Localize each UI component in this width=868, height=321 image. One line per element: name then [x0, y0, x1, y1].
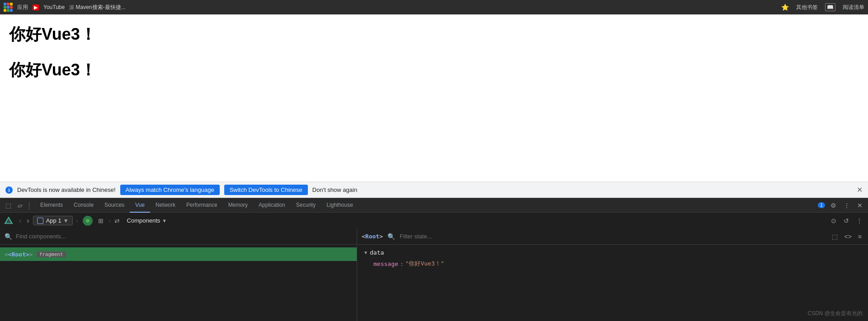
page-heading-2: 你好Vue3！	[9, 59, 859, 81]
page-heading-1: 你好Vue3！	[9, 23, 859, 46]
router-icon: ⇄	[114, 217, 120, 224]
section-name-label: data	[370, 249, 384, 256]
console-badge: 1	[818, 202, 825, 208]
data-section-header: ▼ data	[364, 249, 861, 256]
component-search-bar: 🔍	[0, 228, 357, 245]
fragment-badge: fragment	[37, 251, 66, 257]
vue-toolbar-right: ⊙ ↺ ⋮	[829, 216, 864, 225]
component-tree-panel: 🔍 <<Root>> fragment	[0, 228, 357, 321]
search-icon: 🔍	[5, 233, 12, 240]
prop-string-value: "你好Vue3！"	[406, 260, 444, 267]
tab-divider	[29, 201, 29, 209]
root-component-row[interactable]: <<Root>> fragment	[0, 247, 357, 261]
tab-performance[interactable]: Performance	[181, 198, 223, 213]
reload-icon[interactable]: ↺	[842, 216, 851, 225]
state-panel: <Root> 🔍 ⬚ <> ≡ ▼ data message : "你好Vue3…	[357, 228, 868, 321]
app-selector[interactable]: App 1 ▼	[33, 216, 73, 225]
app-selector-chevron: ▼	[63, 218, 69, 224]
devtools-close-icon[interactable]: ✕	[855, 201, 864, 210]
tab-console[interactable]: Console	[68, 198, 99, 213]
settings-icon[interactable]: ⚙	[829, 201, 838, 210]
tab-memory[interactable]: Memory	[223, 198, 253, 213]
find-components-input[interactable]	[16, 233, 352, 240]
vue-logo-icon	[4, 216, 14, 226]
switch-devtools-button[interactable]: Switch DevTools to Chinese	[224, 185, 308, 195]
bookmark-star-icon: ⭐	[781, 4, 789, 11]
browser-bar-left: 应用 ▶ YouTube 源 Maven搜索-最快捷...	[4, 3, 776, 12]
devtools-tabs-bar: ⬚ ▱ Elements Console Sources Vue Network…	[0, 198, 868, 212]
other-bookmarks-label[interactable]: 其他书签	[796, 4, 818, 11]
vue-toolbar: ‹ › App 1 ▼ ‹ ⊞ › ⇄ Components ▼ ⊙ ↺ ⋮	[0, 212, 868, 228]
maven-label: Maven搜索-最快捷...	[76, 4, 126, 10]
tab-elements[interactable]: Elements	[35, 198, 68, 213]
tab-vue[interactable]: Vue	[130, 198, 150, 213]
prop-name-label: message	[373, 261, 398, 267]
state-panel-header: <Root> 🔍 ⬚ <> ≡	[357, 228, 868, 245]
youtube-bookmark[interactable]: YouTube	[43, 4, 65, 10]
selected-component-tag: <Root>	[362, 233, 383, 240]
state-more-icon[interactable]: ≡	[856, 232, 863, 241]
reading-list-label[interactable]: 阅读清单	[843, 4, 864, 11]
always-match-button[interactable]: Always match Chrome's language	[120, 185, 220, 195]
filter-search-icon: 🔍	[387, 233, 395, 240]
apps-label: 应用	[17, 4, 28, 11]
components-label: Components	[127, 217, 160, 224]
root-tag-label: <<Root>>	[5, 251, 33, 258]
maven-bookmark[interactable]: 源 Maven搜索-最快捷...	[69, 4, 125, 11]
devtools-main-panel: 🔍 <<Root>> fragment <Root> 🔍 ⬚ <> ≡	[0, 228, 868, 321]
active-indicator	[83, 216, 93, 226]
info-icon: i	[5, 186, 13, 194]
grid-view-icon[interactable]: ⊞	[96, 216, 105, 225]
code-icon[interactable]: <>	[842, 232, 853, 241]
screenshot-icon[interactable]: ⬚	[830, 232, 840, 241]
breadcrumb-arrow-left: ‹	[76, 218, 78, 224]
tab-application[interactable]: Application	[253, 198, 291, 213]
tab-lighthouse[interactable]: Lighthouse	[321, 198, 359, 213]
page-content: 你好Vue3！ 你好Vue3！	[0, 14, 868, 181]
breadcrumb-arrow-right: ›	[109, 218, 111, 224]
tab-security[interactable]: Security	[291, 198, 321, 213]
state-prop-row: message : "你好Vue3！"	[364, 260, 861, 268]
notification-text: DevTools is now available in Chinese!	[17, 186, 116, 193]
cursor-tool-icon[interactable]: ⬚	[4, 201, 13, 210]
watermark: CSDN @生命是有光的	[807, 310, 863, 317]
devtools-notification-bar: i DevTools is now available in Chinese! …	[0, 181, 868, 198]
browser-bar-right: ⭐ 其他书签 📖 阅读清单	[781, 3, 864, 11]
component-tree: <<Root>> fragment	[0, 245, 357, 321]
section-triangle-icon: ▼	[364, 250, 367, 255]
page-icon	[37, 218, 43, 224]
vue-forward-button[interactable]: ›	[25, 216, 31, 226]
apps-icon[interactable]	[4, 3, 13, 12]
notification-close-button[interactable]: ✕	[857, 186, 863, 194]
youtube-favicon: ▶	[33, 5, 39, 10]
devtools-tool-icons: ⬚ ▱	[4, 201, 31, 210]
components-button[interactable]: Components ▼	[127, 217, 167, 224]
filter-state-input[interactable]	[400, 233, 490, 240]
green-dot	[86, 219, 90, 223]
inspect-element-icon[interactable]: ⊙	[829, 216, 838, 225]
more-options-icon[interactable]: ⋮	[842, 201, 852, 210]
prop-colon: :	[400, 261, 404, 267]
vue-back-button[interactable]: ‹	[17, 216, 23, 226]
devtools-tab-right-icons: 1 ⚙ ⋮ ✕	[818, 201, 864, 210]
state-data-panel: ▼ data message : "你好Vue3！"	[357, 245, 868, 321]
tab-sources[interactable]: Sources	[99, 198, 130, 213]
browser-bar: 应用 ▶ YouTube 源 Maven搜索-最快捷... ⭐ 其他书签 📖 阅…	[0, 0, 868, 14]
dont-show-again-button[interactable]: Don't show again	[312, 186, 357, 193]
components-chevron: ▼	[162, 218, 167, 223]
state-panel-toolbar: ⬚ <> ≡	[830, 232, 863, 241]
prop-value-label: "你好Vue3！"	[406, 260, 444, 268]
maven-source-icon: 源	[69, 5, 74, 10]
app-selector-label: App 1	[46, 217, 61, 224]
tab-network[interactable]: Network	[150, 198, 181, 213]
watermark-text: CSDN @生命是有光的	[807, 310, 863, 316]
device-tool-icon[interactable]: ▱	[16, 201, 24, 210]
reading-list-icon: 📖	[825, 3, 835, 11]
vue-more-icon[interactable]: ⋮	[854, 216, 864, 225]
